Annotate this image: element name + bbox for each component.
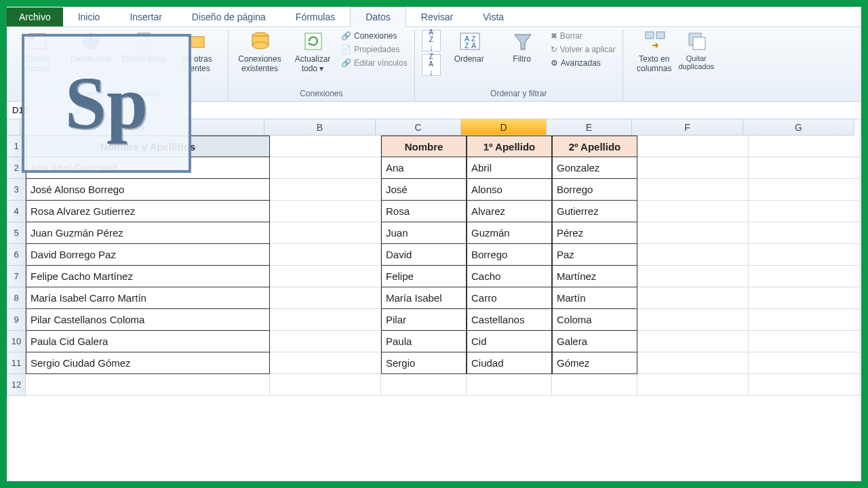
cell[interactable] [270, 331, 381, 352]
row-header[interactable]: 7 [7, 266, 26, 287]
cell[interactable]: Pilar [381, 309, 467, 331]
cell[interactable]: Borrego [552, 179, 637, 201]
cell[interactable]: David [381, 244, 467, 266]
cell[interactable]: Cid [467, 331, 552, 352]
cell[interactable] [749, 201, 860, 222]
cell[interactable]: 2º Apellido [552, 136, 637, 157]
cell[interactable] [270, 266, 381, 287]
cell[interactable] [637, 222, 749, 244]
cell[interactable] [270, 309, 381, 331]
cell[interactable] [637, 352, 749, 374]
row-header[interactable]: 12 [7, 374, 26, 396]
sort-asc-button[interactable]: AZ↓ [422, 30, 441, 52]
cell[interactable]: Castellanos [467, 309, 552, 331]
sort-desc-button[interactable]: ZA↓ [422, 54, 441, 76]
cell[interactable]: Alonso [467, 179, 552, 201]
cell[interactable]: María Isabel Carro Martín [26, 287, 270, 309]
cell[interactable]: José [381, 179, 467, 201]
col-header-f[interactable]: F [632, 119, 743, 136]
cell[interactable]: Felipe Cacho Martínez [26, 266, 270, 287]
cell[interactable]: Juan Guzmán Pérez [26, 222, 270, 244]
cell[interactable] [749, 374, 860, 396]
cell[interactable]: Paula [381, 331, 467, 352]
cell[interactable]: Sergio Ciudad Gómez [26, 352, 270, 374]
cell[interactable] [637, 201, 749, 222]
row-header[interactable]: 9 [7, 309, 26, 331]
cell[interactable] [637, 287, 749, 309]
cell[interactable] [270, 157, 381, 179]
cell[interactable]: Gonzalez [552, 157, 637, 179]
cell[interactable] [270, 374, 381, 396]
formula-input[interactable] [88, 102, 861, 119]
cell[interactable] [749, 136, 860, 157]
cell[interactable]: Sergio [381, 352, 467, 374]
cell[interactable] [749, 287, 860, 309]
cell[interactable]: Ana [381, 157, 467, 179]
cell[interactable]: Galera [552, 331, 637, 352]
cell[interactable]: David Borrego Paz [26, 244, 270, 266]
row-header[interactable]: 5 [7, 222, 26, 244]
cell[interactable] [749, 222, 860, 244]
cell[interactable]: Gómez [552, 352, 637, 374]
ordenar-button[interactable]: AZZA Ordenar [445, 30, 494, 64]
cell[interactable] [749, 352, 860, 374]
cell[interactable] [749, 266, 860, 287]
cell[interactable]: Pérez [552, 222, 637, 244]
tab-file[interactable]: Archivo [7, 7, 63, 26]
cell[interactable] [749, 179, 860, 201]
cell[interactable]: Gutierrez [552, 201, 637, 222]
cell[interactable] [637, 266, 749, 287]
conexiones-button[interactable]: 🔗Conexiones [341, 30, 408, 42]
cell[interactable]: 1º Apellido [467, 136, 552, 157]
actualizar-todo-button[interactable]: Actualizar todo ▾ [288, 30, 337, 73]
cell[interactable] [381, 374, 467, 396]
cell[interactable] [26, 374, 270, 396]
cell[interactable]: Ciudad [467, 352, 552, 374]
col-header-b[interactable]: B [264, 119, 376, 136]
cell[interactable] [270, 136, 381, 157]
cell[interactable] [552, 374, 637, 396]
row-header[interactable]: 4 [7, 201, 26, 222]
select-all-corner[interactable] [7, 119, 20, 136]
row-header[interactable]: 10 [7, 331, 26, 352]
cell[interactable] [270, 244, 381, 266]
cell[interactable] [749, 244, 860, 266]
cell[interactable]: Nombre [381, 136, 467, 157]
cell[interactable]: Paz [552, 244, 637, 266]
cell[interactable]: Martín [552, 287, 637, 309]
col-header-c[interactable]: C [376, 119, 461, 136]
cell[interactable]: Juan [381, 222, 467, 244]
cell[interactable]: Borrego [467, 244, 552, 266]
row-header[interactable]: 3 [7, 179, 26, 201]
tab-revisar[interactable]: Revisar [406, 7, 468, 26]
cell[interactable]: Abril [467, 157, 552, 179]
row-header[interactable]: 11 [7, 352, 26, 374]
cell[interactable]: Pilar Castellanos Coloma [26, 309, 270, 331]
texto-en-columnas-button[interactable]: Texto en columnas [630, 30, 679, 73]
cell[interactable] [749, 309, 860, 331]
avanzadas-button[interactable]: ⚙Avanzadas [551, 57, 616, 69]
cell[interactable]: Paula Cid Galera [26, 331, 270, 352]
cell[interactable] [270, 179, 381, 201]
cell[interactable] [749, 331, 860, 352]
cell[interactable]: Guzmán [467, 222, 552, 244]
cell[interactable] [749, 157, 860, 179]
filtro-button[interactable]: Filtro [498, 30, 547, 64]
cell[interactable] [270, 287, 381, 309]
conexiones-existentes-button[interactable]: Conexiones existentes [235, 30, 284, 73]
col-header-g[interactable]: G [743, 119, 854, 136]
tab-insertar[interactable]: Insertar [115, 7, 176, 26]
cell[interactable]: Rosa [381, 201, 467, 222]
cell[interactable] [637, 179, 749, 201]
cell[interactable]: Cacho [467, 266, 552, 287]
cell[interactable]: Martínez [552, 266, 637, 287]
row-header[interactable]: 8 [7, 287, 26, 309]
tab-datos[interactable]: Datos [350, 7, 406, 27]
tab-vista[interactable]: Vista [468, 7, 519, 26]
cell[interactable]: José Alonso Borrego [26, 179, 270, 201]
cell[interactable]: Felipe [381, 266, 467, 287]
cell[interactable] [270, 222, 381, 244]
cell[interactable]: Coloma [552, 309, 637, 331]
cell[interactable] [637, 157, 749, 179]
cell[interactable]: Carro [467, 287, 552, 309]
